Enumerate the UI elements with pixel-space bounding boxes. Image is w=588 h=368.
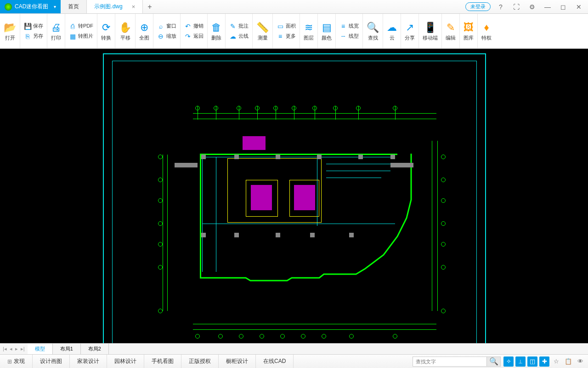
cloud-icon: ☁ [387, 21, 397, 34]
share-icon: ↗ [406, 21, 414, 34]
linetype-icon: ┄ [339, 33, 347, 40]
annotate-button[interactable]: ✎批注 [229, 21, 249, 31]
layout-tabs: |◂ ◂ ▸ ▸| 模型 布局1 布局2 [0, 343, 588, 354]
measure-group: ▭面积 ≡更多 [273, 14, 300, 48]
saveas-icon: ⎘ [24, 33, 31, 40]
print-icon: 🖨 [51, 21, 61, 34]
zoom-button[interactable]: ⊖缩放 [157, 31, 176, 41]
search-button[interactable]: 🔍 [486, 357, 500, 366]
add-tab-button[interactable]: + [143, 0, 156, 13]
next-layout-icon[interactable]: ▸ [15, 346, 18, 352]
first-layout-icon[interactable]: |◂ [3, 346, 7, 352]
privilege-button[interactable]: ♦特权 [478, 14, 495, 48]
cloud-line-button[interactable]: ☁云线 [229, 31, 249, 41]
app-name: CAD迷你看图 [15, 3, 48, 11]
saveas-button[interactable]: ⎘另存 [24, 31, 43, 41]
clipboard-toggle[interactable]: 📋 [563, 356, 573, 367]
osnap-toggle[interactable]: ◫ [527, 356, 537, 367]
tab-home[interactable]: 首页 [61, 0, 87, 13]
find-button[interactable]: 🔍查找 [363, 14, 383, 48]
app-logo-icon [5, 3, 12, 11]
color-button[interactable]: ▤颜色 [318, 14, 336, 48]
crosshair-toggle[interactable]: ✚ [539, 356, 549, 367]
lineweight-button[interactable]: ≡线宽 [339, 21, 359, 31]
zoom-group: ⌕窗口 ⊖缩放 [153, 14, 181, 48]
layer-button[interactable]: ≋图层 [300, 14, 318, 48]
area-icon: ▭ [277, 23, 284, 30]
ortho-toggle[interactable]: ⟂ [515, 356, 526, 367]
discover-button[interactable]: ⊞发现 [0, 355, 33, 368]
drawing-canvas[interactable]: 弱电平面图 1:100 [0, 49, 588, 343]
return-button[interactable]: ↷返回 [184, 31, 204, 41]
undo-group: ↶撤销 ↷返回 [181, 14, 208, 48]
refresh-icon: ⟳ [102, 21, 110, 34]
zoom-icon: ⊖ [157, 33, 164, 40]
print-button[interactable]: 🖨打印 [47, 14, 65, 48]
tab-model[interactable]: 模型 [28, 344, 53, 354]
lineweight-icon: ≡ [339, 23, 347, 30]
search-icon: 🔍 [489, 357, 498, 366]
link-home-design[interactable]: 家装设计 [70, 355, 107, 368]
folder-open-icon: 📂 [4, 21, 16, 34]
layout-nav: |◂ ◂ ▸ ▸| [0, 344, 28, 354]
zoom-extents-icon: ⊕ [140, 21, 148, 34]
more-icon: ≡ [277, 33, 284, 40]
save-icon: 💾 [24, 23, 31, 30]
to-image-button[interactable]: ▦转图片 [69, 31, 93, 41]
close-tab-icon[interactable]: × [132, 3, 136, 10]
to-pdf-button[interactable]: ⎙转PDF [69, 21, 93, 31]
link-garden-design[interactable]: 园林设计 [107, 355, 144, 368]
link-design-draw[interactable]: 设计画图 [33, 355, 70, 368]
linetype-button[interactable]: ┄线型 [339, 31, 359, 41]
save-button[interactable]: 💾保存 [24, 21, 43, 31]
search-input[interactable] [413, 357, 486, 366]
pan-button[interactable]: ✋平移 [115, 14, 136, 48]
tab-layout2[interactable]: 布局2 [81, 344, 109, 354]
minimize-icon[interactable]: — [542, 3, 553, 11]
undo-button[interactable]: ↶撤销 [184, 21, 204, 31]
app-menu[interactable]: CAD迷你看图 ▾ [0, 0, 61, 13]
edit-button[interactable]: ✎编辑 [442, 14, 460, 48]
pdf-icon: ⎙ [69, 23, 76, 30]
status-toggles: ✧ ⟂ ◫ ✚ ☆ 📋 👁 [501, 355, 588, 368]
link-mobile-view[interactable]: 手机看图 [144, 355, 181, 368]
titlebar-right: 未登录 ? ⛶ ⚙ — ◻ ✕ [465, 0, 588, 13]
mobile-button[interactable]: 📱移动端 [419, 14, 442, 48]
image-icon: ▦ [69, 33, 76, 40]
measure-button[interactable]: 📏测量 [253, 14, 273, 48]
tab-document[interactable]: 示例图.dwg × [87, 0, 143, 13]
open-button[interactable]: 📂打开 [0, 14, 20, 48]
window-icon: ⌕ [157, 23, 164, 30]
close-window-icon[interactable]: ✕ [573, 3, 584, 11]
save-group: 💾保存 ⎘另存 [20, 14, 47, 48]
annotate-icon: ✎ [229, 23, 237, 30]
more-button[interactable]: ≡更多 [277, 31, 296, 41]
crown-icon: ♦ [484, 21, 489, 34]
gallery-button[interactable]: 🖼图库 [460, 14, 478, 48]
maximize-icon[interactable]: ◻ [558, 3, 569, 11]
feedback-toggle[interactable]: 👁 [575, 356, 585, 367]
gallery-icon: 🖼 [464, 21, 474, 34]
link-online-cad[interactable]: 在线CAD [256, 355, 294, 368]
cloud-button[interactable]: ☁云 [383, 14, 401, 48]
link-license[interactable]: 正版授权 [181, 355, 219, 368]
favorite-toggle[interactable]: ☆ [551, 356, 561, 367]
settings-icon[interactable]: ⚙ [526, 3, 537, 11]
chevron-down-icon: ▾ [54, 4, 56, 9]
convert-group: ⎙转PDF ▦转图片 [65, 14, 97, 48]
link-cabinet-design[interactable]: 橱柜设计 [219, 355, 256, 368]
zoom-full-button[interactable]: ⊕全图 [136, 14, 153, 48]
tab-layout1[interactable]: 布局1 [53, 344, 81, 354]
zoom-window-button[interactable]: ⌕窗口 [157, 21, 176, 31]
help-icon[interactable]: ? [495, 3, 506, 11]
line-group: ≡线宽 ┄线型 [336, 14, 363, 48]
delete-button[interactable]: 🗑删除 [208, 14, 226, 48]
share-button[interactable]: ↗分享 [401, 14, 419, 48]
fullscreen-icon[interactable]: ⛶ [511, 3, 522, 11]
prev-layout-icon[interactable]: ◂ [10, 346, 12, 352]
login-button[interactable]: 未登录 [465, 2, 491, 11]
area-button[interactable]: ▭面积 [277, 21, 296, 31]
snap-toggle[interactable]: ✧ [503, 356, 514, 367]
convert-button[interactable]: ⟳转换 [97, 14, 115, 48]
last-layout-icon[interactable]: ▸| [21, 346, 25, 352]
